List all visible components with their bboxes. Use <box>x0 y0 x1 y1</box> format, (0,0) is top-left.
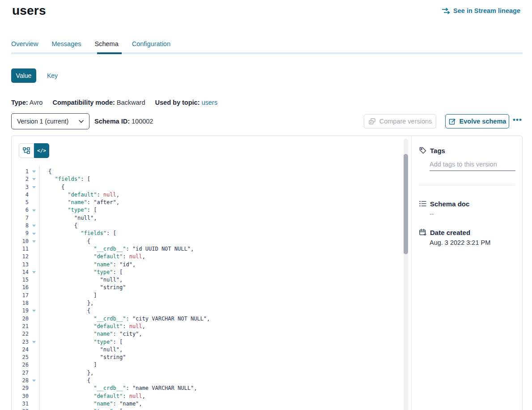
active-tab-indicator <box>97 52 122 54</box>
line-number: 22 <box>12 330 29 338</box>
fold-toggle-icon[interactable] <box>32 233 36 235</box>
line-number: 21 <box>12 323 29 330</box>
fold-toggle-icon[interactable] <box>32 240 36 243</box>
tag-icon <box>419 146 427 154</box>
code-text: ] <box>39 361 97 369</box>
line-number: 32 <box>12 408 29 410</box>
line-number: 12 <box>12 253 29 261</box>
compatibility-value: Backward <box>117 99 145 106</box>
code-text: "__crdb__": "id UUID NOT NULL", <box>39 245 194 253</box>
line-number: 2 <box>12 175 29 183</box>
code-text: "__crdb__": "city VARCHAR NOT NULL", <box>39 315 210 323</box>
evolve-schema-icon <box>448 118 456 125</box>
code-text: "default": null, <box>39 191 119 199</box>
line-number: 27 <box>12 369 29 377</box>
code-text: "name": "after", <box>39 199 119 206</box>
line-number: 11 <box>12 245 29 253</box>
used-by-topic-label: Used by topic: <box>155 99 200 106</box>
code-view-icon: </> <box>37 148 46 154</box>
tab-bar: Overview Messages Schema Configuration <box>11 40 170 53</box>
type-label: Type: <box>11 99 28 106</box>
compatibility-label: Compatibility mode: <box>52 99 115 106</box>
stream-lineage-link[interactable]: See in Stream lineage <box>442 7 520 14</box>
line-number: 30 <box>12 393 29 400</box>
more-options-button[interactable]: ••• <box>513 114 522 126</box>
tree-view-icon <box>23 147 30 154</box>
line-number: 17 <box>12 292 29 299</box>
compare-versions-button[interactable]: Compare versions <box>364 114 436 128</box>
code-text: "name": "city", <box>39 330 142 338</box>
code-text: "string" <box>39 284 126 291</box>
code-text: "type": [ <box>39 338 123 346</box>
code-text: "name": "name", <box>39 400 142 408</box>
line-number: 29 <box>12 384 29 392</box>
tab-overview[interactable]: Overview <box>11 40 38 53</box>
fold-toggle-icon[interactable] <box>32 271 36 273</box>
value-toggle-button[interactable]: Value <box>11 68 36 83</box>
tab-configuration[interactable]: Configuration <box>132 40 170 53</box>
stream-lineage-icon <box>442 8 450 14</box>
code-text: "default": null, <box>39 253 145 261</box>
code-text: "fields": [ <box>39 230 116 237</box>
line-number: 15 <box>12 276 29 284</box>
code-scrollbar-thumb[interactable] <box>404 154 408 254</box>
line-number: 7 <box>12 214 29 222</box>
code-text: ] <box>39 292 97 299</box>
fold-toggle-icon[interactable] <box>32 341 36 343</box>
line-number: 28 <box>12 377 29 384</box>
code-view-button[interactable]: </> <box>34 143 49 158</box>
code-text: { <box>39 238 90 245</box>
fold-toggle-icon[interactable] <box>32 310 36 312</box>
schema-part-toggle: Value Key <box>11 68 58 83</box>
line-number: 19 <box>12 307 29 315</box>
code-text: { <box>39 222 77 230</box>
line-number: 13 <box>12 261 29 269</box>
schema-doc-title: Schema doc <box>430 200 469 208</box>
fold-toggle-icon[interactable] <box>32 209 36 212</box>
date-created-title: Date created <box>430 229 470 236</box>
tags-section-header: Tags <box>419 146 515 154</box>
calendar-plus-icon <box>419 228 427 236</box>
line-number: 8 <box>12 222 29 230</box>
line-number: 25 <box>12 354 29 361</box>
date-created-value: Aug. 3 2022 3:21 PM <box>430 239 515 246</box>
evolve-schema-button[interactable]: Evolve schema <box>445 114 509 128</box>
code-text: "string" <box>39 354 126 361</box>
line-number: 20 <box>12 315 29 323</box>
code-text: }, <box>39 369 94 377</box>
schema-id-label: Schema ID: <box>94 118 130 125</box>
fold-toggle-icon[interactable] <box>32 225 36 227</box>
line-number: 1 <box>12 168 29 175</box>
schema-doc-section-header: Schema doc <box>419 200 515 208</box>
topic-link[interactable]: users <box>201 99 217 106</box>
code-text: }, <box>39 299 94 307</box>
code-text: { <box>39 307 90 315</box>
line-number: 4 <box>12 191 29 199</box>
type-value: Avro <box>30 99 43 106</box>
code-text: "default": null, <box>39 393 145 400</box>
code-scrollbar-track[interactable] <box>404 139 408 410</box>
sidebar-divider <box>419 185 515 185</box>
line-number: 10 <box>12 238 29 245</box>
key-toggle-button[interactable]: Key <box>47 72 58 79</box>
tab-messages[interactable]: Messages <box>51 40 81 53</box>
fold-toggle-icon[interactable] <box>32 186 36 188</box>
version-select[interactable]: Version 1 (current) <box>11 113 89 129</box>
fold-toggle-icon[interactable] <box>32 171 36 173</box>
schema-id-value: 100002 <box>132 118 153 125</box>
date-created-section-header: Date created <box>419 228 515 236</box>
code-text: { <box>39 377 90 384</box>
line-number: 31 <box>12 400 29 408</box>
tree-view-button[interactable] <box>19 143 34 158</box>
tab-schema[interactable]: Schema <box>95 40 119 53</box>
schema-panel: </> 1{2 "fields": [3 {4 "default": null,… <box>11 136 523 410</box>
schema-meta: Type: Avro Compatibility mode: Backward … <box>11 99 226 106</box>
add-tags-input[interactable] <box>430 161 515 171</box>
fold-toggle-icon[interactable] <box>32 380 36 382</box>
code-text: "name": "id", <box>39 261 136 269</box>
schema-doc-value: -- <box>430 210 515 218</box>
line-number: 9 <box>12 230 29 237</box>
line-number: 6 <box>12 206 29 214</box>
fold-toggle-icon[interactable] <box>32 178 36 180</box>
code-text: "null", <box>39 214 97 222</box>
